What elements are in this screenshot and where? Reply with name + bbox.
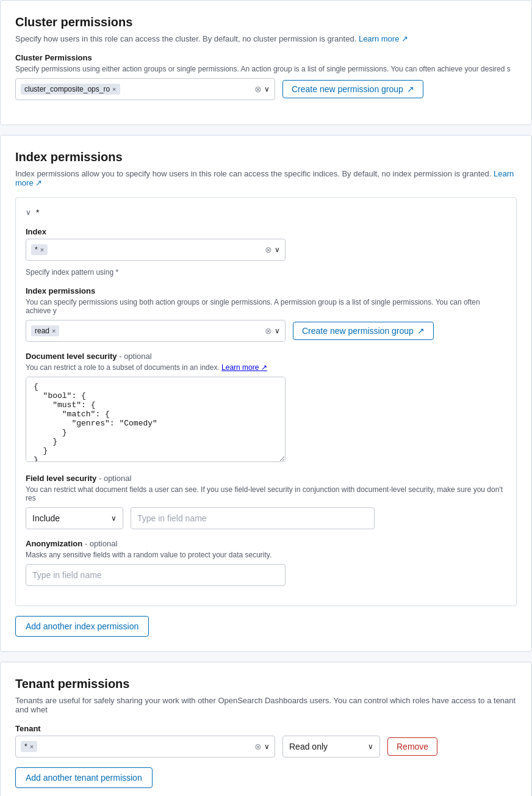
document-security-desc: You can restrict a role to a subset of d… — [26, 363, 506, 372]
cluster-permissions-learn-more-link[interactable]: Learn more ↗ — [359, 34, 408, 43]
document-security-label: Document level security - optional — [26, 352, 506, 361]
doc-security-external-link-icon: ↗ — [261, 363, 267, 372]
cluster-permissions-section: Cluster permissions Specify how users in… — [0, 0, 532, 125]
index-tag-label: * — [35, 245, 38, 254]
tenant-field-label: Tenant — [15, 724, 517, 733]
tenant-remove-btn[interactable]: Remove — [387, 737, 437, 756]
tenant-tag-label: * — [24, 742, 27, 751]
index-permissions-clear-btn[interactable]: ⊗ — [265, 326, 272, 336]
index-permissions-desc: Index permissions allow you to specify h… — [15, 169, 517, 187]
tenant-tag-close[interactable]: × — [30, 744, 34, 750]
index-create-btn-external-icon: ↗ — [417, 326, 425, 336]
tenant-remove-btn-label: Remove — [397, 742, 428, 751]
add-index-permission-btn-label: Add another index permission — [26, 621, 138, 631]
tenant-read-only-value: Read only — [289, 742, 363, 751]
field-level-security-label: Field level security - optional — [26, 474, 506, 483]
tenant-combo[interactable]: * × ⊗ ∨ — [15, 736, 275, 758]
anonymization-label: Anonymization - optional — [26, 539, 506, 548]
cluster-permissions-field-label: Cluster Permissions — [15, 53, 517, 62]
field-level-security-desc: You can restrict what document fields a … — [26, 485, 506, 502]
combo-chevron-icon[interactable]: ∨ — [264, 85, 270, 93]
index-permissions-field-label: Index permissions — [26, 286, 506, 295]
field-level-name-input[interactable] — [131, 507, 375, 529]
cluster-permissions-field: Cluster Permissions Specify permissions … — [15, 53, 517, 100]
index-permissions-field-group: Index permissions You can specify permis… — [26, 286, 506, 342]
anonymization-optional: - optional — [85, 539, 117, 548]
field-level-row: Include ∨ — [26, 507, 506, 529]
index-field-label: Index — [26, 227, 506, 236]
create-btn-external-icon: ↗ — [407, 84, 414, 94]
index-input-row: * × ⊗ ∨ — [26, 239, 506, 261]
anonymization-field-group: Anonymization - optional Masks any sensi… — [26, 539, 506, 586]
index-create-permission-btn-label: Create new permission group — [302, 326, 414, 336]
tenant-combo-clear-btn[interactable]: ⊗ — [254, 742, 262, 751]
field-level-security-optional: - optional — [99, 474, 131, 483]
cluster-permission-tag-label: cluster_composite_ops_ro — [24, 85, 110, 93]
index-collapse-chevron-icon: ∨ — [26, 208, 31, 217]
tenant-permissions-section: Tenant permissions Tenants are useful fo… — [0, 662, 532, 796]
document-security-optional: - optional — [119, 352, 151, 361]
index-field-group: Index * × ⊗ ∨ Specify index pattern usin… — [26, 227, 506, 277]
index-permissions-combo[interactable]: read × ⊗ ∨ — [26, 320, 286, 342]
document-security-learn-more-link[interactable]: Learn more ↗ — [221, 363, 267, 372]
tenant-combo-chevron-icon[interactable]: ∨ — [264, 742, 270, 751]
index-permissions-tag: read × — [31, 325, 59, 336]
add-index-permission-btn[interactable]: Add another index permission — [15, 616, 149, 637]
index-combo-chevron-icon[interactable]: ∨ — [275, 245, 280, 254]
index-pattern-hint: Specify index pattern using * — [26, 268, 506, 277]
cluster-create-permission-btn-label: Create new permission group — [292, 84, 403, 94]
index-permissions-input-row: read × ⊗ ∨ Create new permission group ↗ — [26, 320, 506, 342]
anonymization-desc: Masks any sensitive fields with a random… — [26, 551, 506, 559]
index-tag: * × — [31, 244, 48, 255]
cluster-create-permission-btn[interactable]: Create new permission group ↗ — [282, 80, 423, 98]
document-security-textarea[interactable]: { "bool": { "must": { "match": { "genres… — [26, 377, 286, 462]
tenant-permissions-title: Tenant permissions — [15, 677, 517, 691]
tenant-permissions-desc: Tenants are useful for safely sharing yo… — [15, 696, 517, 714]
external-link-icon: ↗ — [401, 34, 408, 43]
field-level-include-select[interactable]: Include ∨ — [26, 507, 123, 529]
cluster-permissions-combo[interactable]: cluster_composite_ops_ro × ⊗ ∨ — [15, 78, 275, 100]
cluster-permissions-input-row: cluster_composite_ops_ro × ⊗ ∨ Create ne… — [15, 78, 517, 100]
index-combo[interactable]: * × ⊗ ∨ — [26, 239, 286, 261]
combo-clear-btn[interactable]: ⊗ — [254, 84, 262, 94]
index-permissions-chevron-icon[interactable]: ∨ — [275, 327, 280, 335]
tenant-tag: * × — [21, 741, 37, 752]
add-tenant-permission-btn-label: Add another tenant permission — [26, 773, 142, 783]
tenant-read-only-chevron-icon: ∨ — [368, 742, 373, 751]
document-security-field-group: Document level security - optional You c… — [26, 352, 506, 464]
index-tag-close[interactable]: × — [40, 247, 44, 253]
cluster-permissions-title: Cluster permissions — [15, 15, 517, 29]
add-tenant-permission-btn[interactable]: Add another tenant permission — [15, 767, 153, 788]
cluster-permission-tag-close[interactable]: × — [112, 86, 116, 93]
index-create-permission-btn[interactable]: Create new permission group ↗ — [293, 322, 434, 340]
index-external-link-icon: ↗ — [35, 178, 42, 187]
cluster-permission-tag: cluster_composite_ops_ro × — [21, 84, 120, 95]
index-group: ∨ * Index * × ⊗ ∨ Specify index pattern … — [15, 197, 517, 606]
index-combo-clear-btn[interactable]: ⊗ — [265, 245, 272, 255]
anonymization-input[interactable] — [26, 564, 286, 586]
field-level-chevron-icon: ∨ — [111, 514, 117, 523]
index-collapse-header[interactable]: ∨ * — [26, 208, 506, 217]
index-permissions-title: Index permissions — [15, 150, 517, 164]
index-collapse-title: * — [36, 208, 39, 217]
tenant-row: * × ⊗ ∨ Read only ∨ Remove — [15, 736, 517, 758]
index-permissions-tag-close[interactable]: × — [52, 328, 56, 335]
cluster-permissions-desc: Specify how users in this role can acces… — [15, 34, 517, 43]
index-permissions-section: Index permissions Index permissions allo… — [0, 135, 532, 652]
cluster-permissions-field-desc: Specify permissions using either action … — [15, 65, 517, 73]
index-permissions-field-desc: You can specify permissions using both a… — [26, 298, 506, 315]
field-level-security-group: Field level security - optional You can … — [26, 474, 506, 529]
field-level-include-value: Include — [32, 513, 106, 523]
tenant-read-only-select[interactable]: Read only ∨ — [282, 736, 380, 758]
tenant-field-group: Tenant * × ⊗ ∨ Read only ∨ Remove — [15, 724, 517, 758]
index-permissions-tag-label: read — [35, 327, 49, 335]
